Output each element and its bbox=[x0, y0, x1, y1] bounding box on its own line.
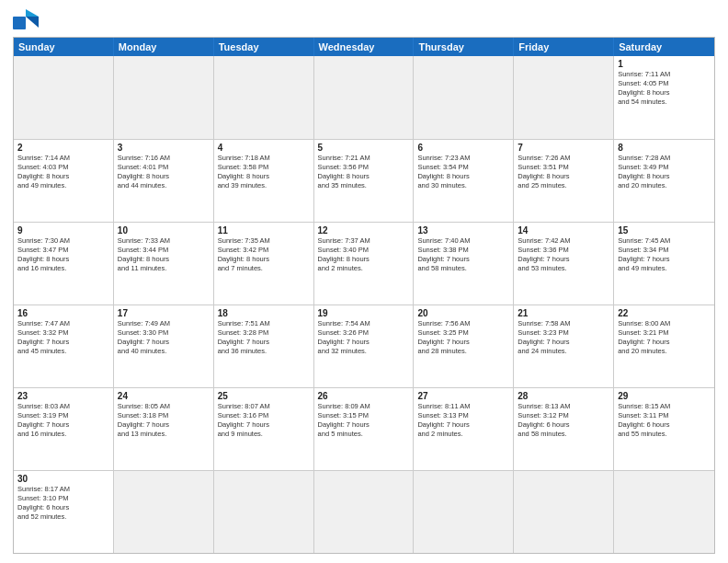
day-info: Sunrise: 8:07 AM Sunset: 3:16 PM Dayligh… bbox=[218, 402, 310, 440]
weekday-header: Wednesday bbox=[314, 38, 415, 56]
weekday-header: Tuesday bbox=[214, 38, 314, 56]
day-number: 21 bbox=[518, 308, 609, 318]
calendar-cell: 18Sunrise: 7:51 AM Sunset: 3:28 PM Dayli… bbox=[214, 305, 314, 387]
calendar-cell: 16Sunrise: 7:47 AM Sunset: 3:32 PM Dayli… bbox=[14, 305, 114, 387]
day-info: Sunrise: 7:35 AM Sunset: 3:42 PM Dayligh… bbox=[218, 236, 310, 274]
calendar-cell: 11Sunrise: 7:35 AM Sunset: 3:42 PM Dayli… bbox=[214, 223, 314, 304]
weekday-header: Thursday bbox=[414, 38, 514, 56]
day-info: Sunrise: 8:05 AM Sunset: 3:18 PM Dayligh… bbox=[118, 402, 210, 440]
calendar-row: 1Sunrise: 7:11 AM Sunset: 4:05 PM Daylig… bbox=[14, 56, 714, 139]
calendar-cell: 24Sunrise: 8:05 AM Sunset: 3:18 PM Dayli… bbox=[114, 388, 214, 470]
day-info: Sunrise: 7:16 AM Sunset: 4:01 PM Dayligh… bbox=[118, 154, 210, 191]
calendar-cell: 20Sunrise: 7:56 AM Sunset: 3:25 PM Dayli… bbox=[414, 305, 514, 387]
day-info: Sunrise: 7:23 AM Sunset: 3:54 PM Dayligh… bbox=[417, 154, 509, 191]
weekday-header: Sunday bbox=[14, 38, 114, 56]
calendar-cell: 28Sunrise: 8:13 AM Sunset: 3:12 PM Dayli… bbox=[514, 388, 614, 470]
calendar-cell: 14Sunrise: 7:42 AM Sunset: 3:36 PM Dayli… bbox=[514, 223, 614, 304]
calendar-cell: 17Sunrise: 7:49 AM Sunset: 3:30 PM Dayli… bbox=[114, 305, 214, 387]
calendar-row: 16Sunrise: 7:47 AM Sunset: 3:32 PM Dayli… bbox=[14, 304, 714, 387]
calendar-cell bbox=[414, 471, 514, 553]
calendar-cell bbox=[14, 56, 114, 139]
day-info: Sunrise: 7:45 AM Sunset: 3:34 PM Dayligh… bbox=[618, 236, 711, 274]
calendar-cell: 15Sunrise: 7:45 AM Sunset: 3:34 PM Dayli… bbox=[614, 223, 714, 304]
day-info: Sunrise: 8:03 AM Sunset: 3:19 PM Dayligh… bbox=[17, 402, 109, 440]
calendar-row: 2Sunrise: 7:14 AM Sunset: 4:03 PM Daylig… bbox=[14, 139, 714, 222]
calendar-cell bbox=[214, 471, 314, 553]
day-number: 26 bbox=[318, 391, 410, 401]
day-number: 25 bbox=[218, 391, 310, 401]
calendar-cell: 12Sunrise: 7:37 AM Sunset: 3:40 PM Dayli… bbox=[314, 223, 415, 304]
calendar-cell: 10Sunrise: 7:33 AM Sunset: 3:44 PM Dayli… bbox=[114, 223, 214, 304]
day-info: Sunrise: 7:11 AM Sunset: 4:05 PM Dayligh… bbox=[618, 70, 711, 108]
day-number: 15 bbox=[618, 225, 711, 236]
day-info: Sunrise: 7:51 AM Sunset: 3:28 PM Dayligh… bbox=[218, 319, 310, 357]
day-info: Sunrise: 7:18 AM Sunset: 3:58 PM Dayligh… bbox=[218, 154, 310, 191]
day-info: Sunrise: 7:14 AM Sunset: 4:03 PM Dayligh… bbox=[17, 154, 109, 191]
day-info: Sunrise: 7:40 AM Sunset: 3:38 PM Dayligh… bbox=[417, 236, 509, 274]
day-number: 13 bbox=[417, 225, 509, 236]
calendar-cell: 4Sunrise: 7:18 AM Sunset: 3:58 PM Daylig… bbox=[214, 140, 314, 222]
day-info: Sunrise: 7:33 AM Sunset: 3:44 PM Dayligh… bbox=[118, 236, 210, 274]
weekday-header: Friday bbox=[514, 38, 614, 56]
calendar-cell bbox=[214, 56, 314, 139]
day-number: 8 bbox=[618, 143, 711, 153]
calendar-header: SundayMondayTuesdayWednesdayThursdayFrid… bbox=[14, 38, 714, 56]
calendar-cell: 5Sunrise: 7:21 AM Sunset: 3:56 PM Daylig… bbox=[314, 140, 415, 222]
day-info: Sunrise: 8:15 AM Sunset: 3:11 PM Dayligh… bbox=[618, 402, 711, 440]
day-number: 10 bbox=[118, 225, 210, 236]
svg-marker-1 bbox=[26, 9, 39, 17]
day-info: Sunrise: 7:56 AM Sunset: 3:25 PM Dayligh… bbox=[417, 319, 509, 357]
day-number: 22 bbox=[618, 308, 711, 318]
day-number: 6 bbox=[417, 143, 509, 153]
header bbox=[13, 9, 715, 31]
day-number: 28 bbox=[518, 391, 609, 401]
day-number: 29 bbox=[618, 391, 711, 401]
calendar-cell bbox=[614, 471, 714, 553]
day-info: Sunrise: 8:11 AM Sunset: 3:13 PM Dayligh… bbox=[417, 402, 509, 440]
day-number: 16 bbox=[17, 308, 109, 318]
day-number: 14 bbox=[518, 225, 609, 236]
day-number: 19 bbox=[318, 308, 410, 318]
calendar-cell: 9Sunrise: 7:30 AM Sunset: 3:47 PM Daylig… bbox=[14, 223, 114, 304]
day-info: Sunrise: 7:28 AM Sunset: 3:49 PM Dayligh… bbox=[618, 154, 711, 191]
day-info: Sunrise: 8:17 AM Sunset: 3:10 PM Dayligh… bbox=[17, 485, 109, 523]
day-info: Sunrise: 7:49 AM Sunset: 3:30 PM Dayligh… bbox=[118, 319, 210, 357]
page: SundayMondayTuesdayWednesdayThursdayFrid… bbox=[0, 0, 728, 563]
weekday-header: Saturday bbox=[614, 38, 714, 56]
calendar-row: 23Sunrise: 8:03 AM Sunset: 3:19 PM Dayli… bbox=[14, 387, 714, 470]
calendar-cell: 30Sunrise: 8:17 AM Sunset: 3:10 PM Dayli… bbox=[14, 471, 114, 553]
calendar-cell: 8Sunrise: 7:28 AM Sunset: 3:49 PM Daylig… bbox=[614, 140, 714, 222]
calendar-cell: 7Sunrise: 7:26 AM Sunset: 3:51 PM Daylig… bbox=[514, 140, 614, 222]
day-number: 18 bbox=[218, 308, 310, 318]
day-info: Sunrise: 7:47 AM Sunset: 3:32 PM Dayligh… bbox=[17, 319, 109, 357]
calendar-cell bbox=[114, 471, 214, 553]
day-number: 11 bbox=[218, 225, 310, 236]
calendar: SundayMondayTuesdayWednesdayThursdayFrid… bbox=[13, 37, 715, 554]
calendar-row: 9Sunrise: 7:30 AM Sunset: 3:47 PM Daylig… bbox=[14, 222, 714, 304]
calendar-cell bbox=[514, 471, 614, 553]
calendar-cell: 2Sunrise: 7:14 AM Sunset: 4:03 PM Daylig… bbox=[14, 140, 114, 222]
day-number: 1 bbox=[618, 59, 711, 69]
calendar-cell: 1Sunrise: 7:11 AM Sunset: 4:05 PM Daylig… bbox=[614, 56, 714, 139]
weekday-header: Monday bbox=[114, 38, 214, 56]
day-number: 7 bbox=[518, 143, 609, 153]
day-number: 2 bbox=[17, 143, 109, 153]
calendar-cell bbox=[414, 56, 514, 139]
calendar-row: 30Sunrise: 8:17 AM Sunset: 3:10 PM Dayli… bbox=[14, 470, 714, 553]
calendar-cell bbox=[314, 56, 415, 139]
day-number: 30 bbox=[17, 474, 109, 484]
day-info: Sunrise: 7:37 AM Sunset: 3:40 PM Dayligh… bbox=[318, 236, 410, 274]
calendar-cell bbox=[114, 56, 214, 139]
svg-marker-2 bbox=[26, 17, 39, 28]
calendar-cell: 27Sunrise: 8:11 AM Sunset: 3:13 PM Dayli… bbox=[414, 388, 514, 470]
day-info: Sunrise: 8:00 AM Sunset: 3:21 PM Dayligh… bbox=[618, 319, 711, 357]
calendar-cell bbox=[314, 471, 415, 553]
calendar-cell: 19Sunrise: 7:54 AM Sunset: 3:26 PM Dayli… bbox=[314, 305, 415, 387]
logo bbox=[13, 9, 42, 31]
day-info: Sunrise: 7:21 AM Sunset: 3:56 PM Dayligh… bbox=[318, 154, 410, 191]
svg-rect-0 bbox=[13, 17, 26, 29]
calendar-cell: 29Sunrise: 8:15 AM Sunset: 3:11 PM Dayli… bbox=[614, 388, 714, 470]
day-info: Sunrise: 8:13 AM Sunset: 3:12 PM Dayligh… bbox=[518, 402, 609, 440]
day-number: 20 bbox=[417, 308, 509, 318]
day-info: Sunrise: 8:09 AM Sunset: 3:15 PM Dayligh… bbox=[318, 402, 410, 440]
